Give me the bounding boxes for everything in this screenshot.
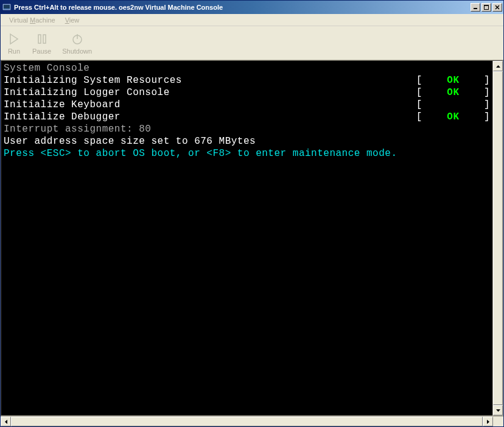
scroll-down-button[interactable] (493, 405, 503, 415)
console-userspace: User address space size set to 676 MByte… (4, 136, 256, 147)
horizontal-scrollbar[interactable] (1, 416, 503, 426)
svg-rect-8 (38, 35, 41, 43)
svg-marker-13 (496, 409, 500, 412)
menubar: Virtual Machine View (1, 14, 503, 26)
shutdown-label: Shutdown (62, 48, 92, 55)
svg-rect-9 (43, 35, 46, 43)
run-label: Run (8, 48, 20, 55)
hscroll-thumb[interactable] (11, 417, 483, 426)
console-prompt: Press <ESC> to abort OS boot, or <F8> to… (4, 148, 397, 159)
svg-marker-7 (10, 34, 18, 44)
scroll-left-button[interactable] (1, 417, 11, 426)
svg-marker-14 (5, 420, 7, 424)
window-controls (469, 3, 502, 12)
console-viewport: System Console Initializing System Resou… (1, 60, 503, 416)
console-header: System Console (4, 63, 89, 74)
console-line: Initializing Logger Console[ OK ] (4, 86, 490, 99)
console-line: Initialize Keyboard[ ] (4, 99, 490, 111)
pause-label: Pause (32, 48, 51, 55)
menu-virtual-machine[interactable]: Virtual Machine (4, 15, 60, 25)
titlebar[interactable]: Press Ctrl+Alt to release mouse. oes2nw … (1, 1, 503, 14)
power-icon (70, 32, 85, 46)
hscroll-track[interactable] (11, 417, 483, 426)
vscroll-thumb[interactable] (493, 71, 503, 405)
vm-console-window: Press Ctrl+Alt to release mouse. oes2nw … (0, 0, 504, 427)
svg-marker-15 (487, 420, 489, 424)
console-output[interactable]: System Console Initializing System Resou… (1, 61, 492, 415)
scroll-up-button[interactable] (493, 61, 503, 71)
titlebar-text: Press Ctrl+Alt to release mouse. oes2nw … (14, 4, 469, 11)
pause-icon (35, 32, 49, 46)
svg-rect-1 (4, 5, 10, 9)
app-icon (2, 2, 12, 12)
svg-marker-12 (496, 65, 500, 68)
pause-button[interactable]: Pause (32, 32, 51, 55)
play-icon (7, 32, 21, 46)
scrollbar-corner (493, 417, 503, 426)
maximize-button[interactable] (481, 3, 491, 12)
console-line: Initializing System Resources[ OK ] (4, 74, 490, 86)
shutdown-button[interactable]: Shutdown (62, 32, 92, 55)
menu-view[interactable]: View (60, 15, 85, 25)
vscroll-track[interactable] (493, 71, 503, 405)
console-interrupt: Interrupt assignment: 80 (4, 124, 151, 135)
close-button[interactable] (492, 3, 502, 12)
minimize-button[interactable] (471, 3, 480, 12)
scroll-right-button[interactable] (483, 417, 493, 426)
toolbar: Run Pause Shutdown (1, 26, 503, 60)
console-line: Initialize Debugger[ OK ] (4, 111, 490, 123)
run-button[interactable]: Run (7, 32, 21, 55)
vertical-scrollbar[interactable] (492, 61, 503, 415)
